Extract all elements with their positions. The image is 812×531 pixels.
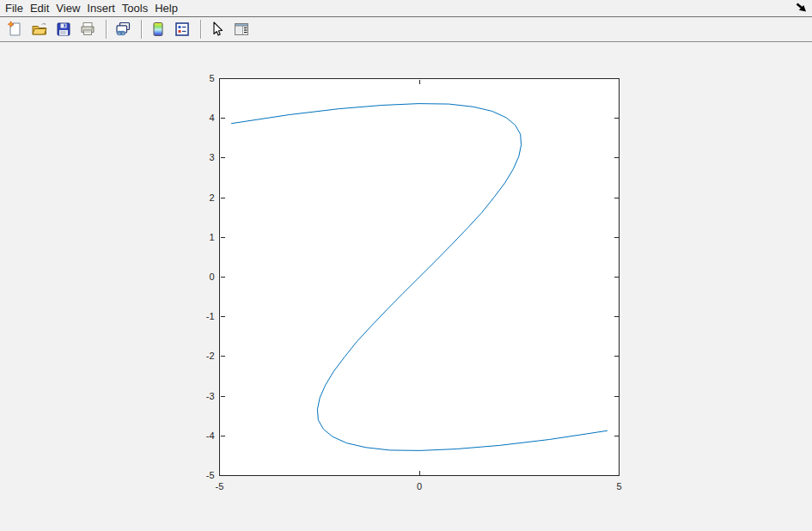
y-tick-label: -2 xyxy=(206,351,215,361)
figure-window: File Edit View Insert Tools Help xyxy=(0,0,812,531)
y-tick-label: 2 xyxy=(209,192,214,203)
pointer-tool-button[interactable] xyxy=(206,18,229,40)
y-tick-label: -1 xyxy=(206,311,215,321)
panel-icon xyxy=(233,21,250,38)
copy-clipboard-button[interactable] xyxy=(112,18,134,40)
pointer-icon xyxy=(209,21,226,38)
plot-svg: -5-4-3-2-1012345-505 xyxy=(0,43,812,531)
save-icon xyxy=(55,21,72,38)
y-tick-label: -5 xyxy=(206,470,215,480)
copy-clipboard-icon xyxy=(114,21,131,38)
y-tick-label: 3 xyxy=(209,152,214,162)
menu-help[interactable]: Help xyxy=(151,0,181,16)
new-document-icon xyxy=(7,21,24,38)
legend-button[interactable] xyxy=(171,18,193,40)
legend-icon xyxy=(174,21,191,38)
toolbar-separator xyxy=(200,20,201,39)
x-tick-label: -5 xyxy=(216,481,224,491)
menu-insert[interactable]: Insert xyxy=(83,0,119,16)
x-tick-label: 5 xyxy=(616,481,621,491)
figure-canvas: -5-4-3-2-1012345-505 xyxy=(0,43,812,531)
menu-bar: File Edit View Insert Tools Help xyxy=(0,0,812,17)
print-icon xyxy=(79,21,96,38)
toolbar-separator xyxy=(106,20,107,39)
y-tick-label: 0 xyxy=(209,272,214,282)
save-button[interactable] xyxy=(52,18,75,40)
menu-file[interactable]: File xyxy=(2,0,27,16)
new-document-button[interactable] xyxy=(4,18,27,40)
menu-tools[interactable]: Tools xyxy=(119,0,151,16)
open-folder-icon xyxy=(31,21,48,38)
print-button[interactable] xyxy=(76,18,99,40)
colormap-icon xyxy=(150,21,167,38)
y-tick-label: -3 xyxy=(206,391,215,401)
toolbar xyxy=(0,17,812,42)
open-folder-button[interactable] xyxy=(28,18,51,40)
menu-view[interactable]: View xyxy=(52,0,83,16)
y-tick-label: 1 xyxy=(209,232,214,242)
y-tick-label: 4 xyxy=(209,113,214,123)
menu-edit[interactable]: Edit xyxy=(27,0,52,16)
x-tick-label: 0 xyxy=(417,481,422,491)
colormap-button[interactable] xyxy=(147,18,169,40)
panel-toggle-button[interactable] xyxy=(230,18,253,40)
y-tick-label: 5 xyxy=(209,73,214,83)
y-tick-label: -4 xyxy=(206,430,215,441)
toolbar-separator xyxy=(141,20,142,39)
